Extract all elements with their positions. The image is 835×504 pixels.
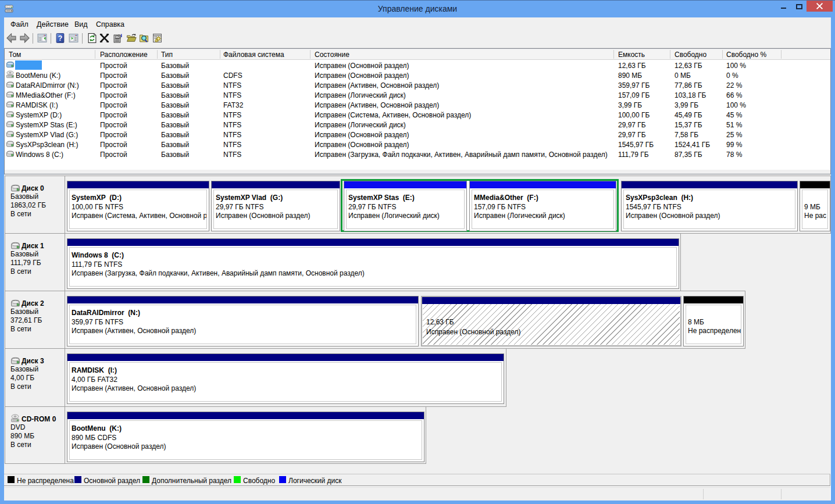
- svg-text:?: ?: [58, 34, 62, 42]
